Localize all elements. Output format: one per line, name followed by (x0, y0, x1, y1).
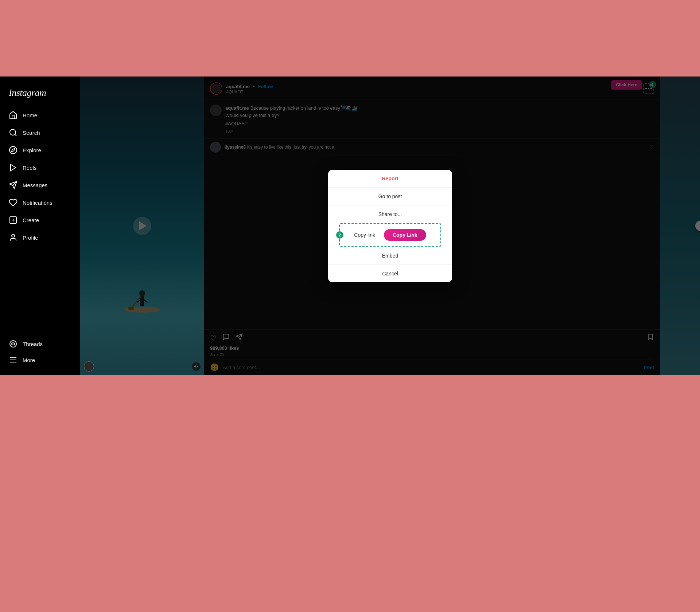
svg-point-11 (10, 341, 16, 347)
copy-link-highlight: 2 Copy link Copy Link (339, 223, 441, 247)
sidebar-item-create[interactable]: Create (4, 212, 75, 228)
svg-point-10 (12, 234, 15, 237)
step2-badge: 2 (336, 231, 343, 239)
sidebar-item-reels[interactable]: Reels (4, 160, 75, 176)
main-content: aquafit.me • Follow AQUAFIT 1 Click He (80, 76, 700, 375)
search-icon (9, 128, 18, 137)
sidebar-item-profile[interactable]: Profile (4, 230, 75, 246)
go-to-post-button[interactable]: Go to post (328, 188, 452, 205)
sidebar: Instagram Home Search (0, 76, 80, 375)
copy-link-label: Copy link (354, 232, 375, 238)
sidebar-item-create-label: Create (23, 217, 39, 223)
modal-overlay: Report Go to post Share to... 2 Copy lin… (80, 76, 700, 375)
sidebar-item-notifications[interactable]: Notifications (4, 195, 75, 211)
sidebar-item-threads[interactable]: Threads (4, 336, 75, 352)
instagram-container: Instagram Home Search (0, 76, 700, 375)
sidebar-item-explore[interactable]: Explore (4, 142, 75, 158)
sidebar-item-search[interactable]: Search (4, 125, 75, 141)
instagram-logo: Instagram (4, 84, 75, 106)
top-background (0, 0, 700, 76)
sidebar-item-threads-label: Threads (23, 341, 43, 347)
sidebar-item-notifications-label: Notifications (23, 200, 52, 206)
create-icon (9, 216, 18, 224)
sidebar-item-reels-label: Reels (23, 165, 36, 171)
threads-icon (9, 340, 18, 348)
sidebar-item-explore-label: Explore (23, 147, 41, 153)
bottom-background (0, 375, 700, 612)
cancel-button[interactable]: Cancel (328, 265, 452, 282)
reels-icon (9, 163, 18, 172)
notifications-icon (9, 198, 18, 207)
sidebar-item-more[interactable]: More (4, 352, 75, 368)
copy-link-row: 2 Copy link Copy Link (340, 224, 440, 246)
svg-marker-3 (12, 149, 15, 152)
sidebar-item-more-label: More (23, 357, 35, 363)
sidebar-item-home[interactable]: Home (4, 107, 75, 123)
share-to-button[interactable]: Share to... (328, 205, 452, 223)
explore-icon (9, 146, 18, 154)
svg-point-2 (9, 146, 17, 154)
svg-line-1 (15, 134, 16, 136)
sidebar-item-messages[interactable]: Messages (4, 177, 75, 193)
sidebar-item-home-label: Home (23, 112, 37, 118)
home-icon (9, 111, 18, 119)
sidebar-item-messages-label: Messages (23, 182, 47, 188)
messages-icon (9, 181, 18, 189)
sidebar-item-profile-label: Profile (23, 235, 38, 241)
svg-marker-4 (11, 164, 16, 171)
sidebar-item-search-label: Search (23, 130, 40, 136)
report-button[interactable]: Report (328, 170, 452, 188)
copy-link-button[interactable]: Copy Link (384, 229, 426, 241)
svg-point-0 (10, 129, 16, 135)
share-modal: Report Go to post Share to... 2 Copy lin… (328, 170, 452, 282)
copy-link-item: 2 Copy link Copy Link (328, 223, 452, 247)
profile-icon (9, 233, 18, 242)
more-icon (9, 356, 18, 364)
embed-button[interactable]: Embed (328, 247, 452, 265)
